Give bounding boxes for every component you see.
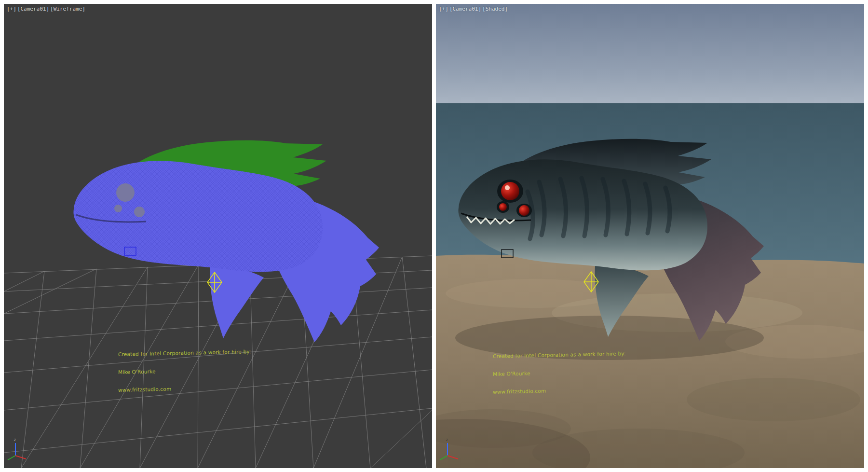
credit-line: Created for Intel Corporation as a work … xyxy=(493,350,626,359)
shading-mode-label[interactable]: [Wireframe] xyxy=(50,6,85,12)
credit-line: Created for Intel Corporation as a work … xyxy=(118,348,251,357)
viewport-menu-button[interactable]: [+] xyxy=(439,6,448,12)
viewport-menu-button[interactable]: [+] xyxy=(7,6,16,12)
viewport-label-bar: [+] [Camera01] [Shaded] xyxy=(439,6,508,12)
axis-z-label: z xyxy=(446,437,448,442)
camera-label[interactable]: [Camera01] xyxy=(17,6,49,12)
viewport-label-bar: [+] [Camera01] [Wireframe] xyxy=(7,6,85,12)
credit-line: www.fritzstudio.com xyxy=(493,386,626,395)
credit-line: www.fritzstudio.com xyxy=(118,384,251,393)
axis-z-label: z xyxy=(14,437,16,442)
shading-mode-label[interactable]: [Shaded] xyxy=(482,6,508,12)
sky xyxy=(436,4,864,103)
camera-label[interactable]: [Camera01] xyxy=(449,6,481,12)
shaded-viewport[interactable]: z [+] [Camera01] [Shaded] Created for In… xyxy=(436,4,864,468)
credit-line: Mike O'Rourke xyxy=(118,366,251,375)
wireframe-viewport[interactable]: z [+] [Camera01] [Wireframe] Created for… xyxy=(4,4,432,468)
credit-line: Mike O'Rourke xyxy=(493,368,626,377)
credit-text: Created for Intel Corporation as a work … xyxy=(493,338,626,407)
credit-text: Created for Intel Corporation as a work … xyxy=(118,336,251,405)
